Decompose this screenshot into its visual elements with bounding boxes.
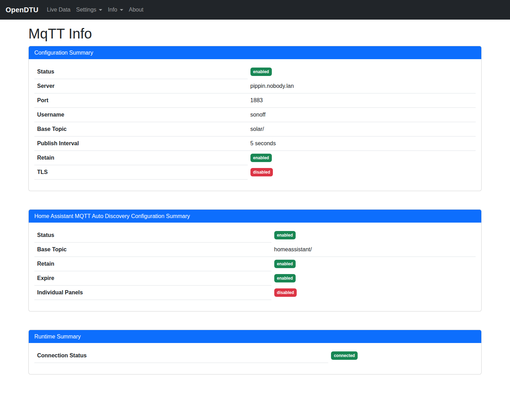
navbar: OpenDTU Live Data Settings Info About [0,0,510,20]
row-value: 1883 [248,93,476,108]
row-label: Connection Status [34,349,328,363]
row-value: sonoff [248,108,476,122]
status-badge: connected [331,351,358,360]
row-label: Publish Interval [34,136,248,151]
row-label: Status [34,228,271,243]
cards-container: Configuration Summary Status enabled Ser… [28,46,482,374]
table-row: Port 1883 [34,93,476,108]
card-header: Runtime Summary [29,330,481,343]
row-value: 5 seconds [248,136,476,151]
card-body: Status enabled Base Topic homeassistant/… [29,223,481,311]
row-value: disabled [248,165,476,180]
summary-card: Configuration Summary Status enabled Ser… [28,46,482,191]
row-label: Expire [34,271,271,286]
info-table: Connection Status connected [34,349,476,363]
nav-item-settings[interactable]: Settings [73,4,105,16]
table-row: Connection Status connected [34,349,476,363]
row-value: disabled [271,286,476,300]
nav-item-info[interactable]: Info [105,4,126,16]
nav-item-label: Live Data [47,7,71,13]
navbar-brand[interactable]: OpenDTU [6,6,39,14]
info-table: Status enabled Base Topic homeassistant/… [34,228,476,300]
nav-item-label: Settings [76,7,96,13]
row-label: Base Topic [34,243,271,257]
status-badge: enabled [274,260,296,268]
chevron-down-icon [120,9,123,11]
card-body: Connection Status connected [29,343,481,374]
card-body: Status enabled Server pippin.nobody.lan … [29,59,481,191]
status-badge: disabled [250,168,273,176]
summary-card: Runtime Summary Connection Status connec… [28,330,482,374]
status-badge: enabled [250,154,272,162]
row-value: connected [328,349,476,363]
row-label: TLS [34,165,248,180]
row-label: Port [34,93,248,108]
row-label: Retain [34,257,271,271]
table-row: Server pippin.nobody.lan [34,79,476,93]
table-row: Base Topic solar/ [34,122,476,136]
card-header: Home Assistant MQTT Auto Discovery Confi… [29,210,481,223]
table-row: Retain enabled [34,257,476,271]
summary-card: Home Assistant MQTT Auto Discovery Confi… [28,209,482,312]
card-header: Configuration Summary [29,46,481,59]
status-badge: disabled [274,288,297,297]
row-value: enabled [248,151,476,165]
status-badge: enabled [274,231,296,239]
table-row: Individual Panels disabled [34,286,476,300]
row-label: Server [34,79,248,93]
table-row: Expire enabled [34,271,476,286]
row-value: enabled [271,271,476,286]
status-badge: enabled [274,274,296,282]
row-value: homeassistant/ [271,243,476,257]
chevron-down-icon [99,9,102,11]
row-label: Base Topic [34,122,248,136]
navbar-nav: Live Data Settings Info About [44,4,146,16]
row-label: Status [34,65,248,79]
nav-item-live-data[interactable]: Live Data [44,4,74,16]
table-row: Status enabled [34,228,476,243]
nav-item-label: About [129,7,144,13]
row-label: Retain [34,151,248,165]
table-row: Status enabled [34,65,476,79]
row-label: Individual Panels [34,286,271,300]
row-value: pippin.nobody.lan [248,79,476,93]
table-row: Username sonoff [34,108,476,122]
row-value: enabled [248,65,476,79]
row-value: enabled [271,228,476,243]
table-row: Retain enabled [34,151,476,165]
nav-item-about[interactable]: About [126,4,146,16]
status-badge: enabled [250,68,272,76]
table-row: TLS disabled [34,165,476,180]
page-container: MqTT Info Configuration Summary Status e… [28,25,482,374]
table-row: Base Topic homeassistant/ [34,243,476,257]
page-title: MqTT Info [28,25,482,42]
table-row: Publish Interval 5 seconds [34,136,476,151]
nav-item-label: Info [108,7,117,13]
row-label: Username [34,108,248,122]
row-value: enabled [271,257,476,271]
row-value: solar/ [248,122,476,136]
info-table: Status enabled Server pippin.nobody.lan … [34,65,476,180]
